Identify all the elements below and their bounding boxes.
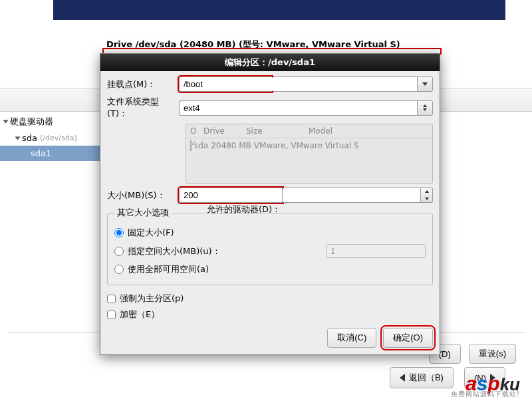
radio-upto-label: 指定空间大小(MB)(u)：: [128, 245, 221, 257]
spin-down-icon[interactable]: [421, 196, 432, 203]
mount-point-input[interactable]: [179, 76, 272, 92]
mount-point-input-tail[interactable]: [272, 76, 417, 92]
fs-type-dropdown-button[interactable]: [417, 100, 433, 116]
arrow-left-icon: [400, 374, 405, 382]
tree-sda-label: sda: [22, 133, 37, 143]
drives-row-sda[interactable]: sda 20480 MB VMware, VMware Virtual S: [186, 138, 432, 153]
radio-fixed-label: 固定大小(F): [128, 227, 174, 239]
spin-up-icon[interactable]: [421, 188, 432, 196]
drive-size: 20480 MB: [211, 141, 251, 150]
radio-fill-upto[interactable]: 指定空间大小(MB)(u)：: [114, 241, 426, 261]
drives-col-model: Model: [309, 126, 428, 136]
mount-point-dropdown-button[interactable]: [417, 76, 433, 92]
expander-icon[interactable]: [3, 120, 9, 124]
device-tree[interactable]: 硬盘驱动器 sda (/dev/sda) sda1: [0, 113, 104, 161]
tree-item-sda[interactable]: sda (/dev/sda): [0, 130, 104, 146]
size-input[interactable]: [179, 188, 283, 203]
dialog-title: 编辑分区：/dev/sda1: [100, 54, 440, 71]
tree-sda-devpath: (/dev/sda): [40, 134, 77, 142]
radio-fixed-input[interactable]: [114, 228, 124, 237]
main-button-row: (D) 重设(s): [429, 344, 516, 364]
updown-icon: [423, 104, 427, 111]
radio-fill-all[interactable]: 使用全部可用空间(a): [114, 261, 426, 278]
tree-root-hard-drives[interactable]: 硬盘驱动器: [0, 113, 104, 130]
upto-value-input: [326, 244, 426, 258]
tree-item-sda1[interactable]: sda1: [0, 146, 104, 161]
top-banner: [53, 0, 505, 20]
drives-col-check: O: [190, 126, 201, 136]
drive-model: VMware, VMware Virtual S: [254, 141, 359, 150]
size-label: 大小(MB)(S)：: [107, 190, 179, 201]
reset-button[interactable]: 重设(s): [469, 344, 516, 364]
tree-root-label: 硬盘驱动器: [10, 116, 53, 128]
back-label: 返回（B): [409, 372, 444, 384]
force-primary-label: 强制为主分区(p): [120, 293, 184, 305]
force-primary-row[interactable]: 强制为主分区(p): [107, 291, 433, 307]
edit-partition-dialog: 编辑分区：/dev/sda1 挂载点(M)： 文件系统类型(T)： O Driv…: [100, 53, 440, 355]
size-input-tail[interactable]: [283, 188, 421, 203]
size-options-legend: 其它大小选项: [114, 207, 172, 219]
radio-fill-label: 使用全部可用空间(a): [128, 263, 209, 275]
allowed-drives-label: 允许的驱动器(D)：: [207, 203, 281, 215]
back-button[interactable]: 返回（B): [390, 367, 454, 388]
force-primary-checkbox[interactable]: [107, 295, 116, 303]
fs-type-label: 文件系统类型(T)：: [107, 96, 179, 120]
cancel-button[interactable]: 取消(C): [327, 328, 376, 348]
ok-button[interactable]: 确定(O): [383, 328, 433, 348]
radio-fixed-size[interactable]: 固定大小(F): [114, 224, 426, 241]
allowed-drives-list[interactable]: O Drive Size Model sda 20480 MB VMware, …: [186, 124, 433, 184]
expander-icon[interactable]: [15, 136, 21, 140]
size-spinner-buttons[interactable]: [421, 188, 433, 203]
watermark-subtitle: 免费网站源码下载站!: [451, 390, 520, 399]
drives-col-drive: Drive: [203, 126, 243, 136]
mount-point-label: 挂载点(M)：: [107, 78, 179, 90]
size-options-group: 其它大小选项 固定大小(F) 指定空间大小(MB)(u)： 使用全部可用空间(a…: [107, 207, 433, 285]
drives-col-size: Size: [246, 126, 306, 136]
drive-checkbox[interactable]: [190, 140, 192, 151]
chevron-down-icon: [422, 82, 428, 86]
encrypt-checkbox[interactable]: [107, 311, 116, 319]
tree-sda1-label: sda1: [31, 148, 51, 158]
dialog-button-row: 取消(C) 确定(O): [107, 323, 433, 348]
encrypt-row[interactable]: 加密（E）: [107, 307, 433, 323]
radio-fill-input[interactable]: [114, 265, 124, 274]
radio-upto-input[interactable]: [114, 247, 124, 256]
encrypt-label: 加密（E）: [120, 309, 160, 321]
drives-header-row: O Drive Size Model: [186, 124, 432, 138]
fs-type-input[interactable]: [179, 100, 417, 116]
